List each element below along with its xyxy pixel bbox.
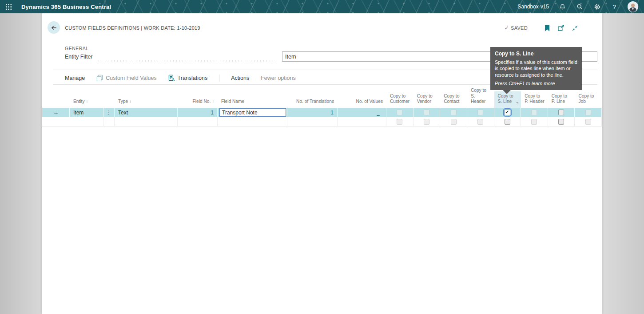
cell-entity[interactable] xyxy=(70,117,103,126)
checkbox-copy-to-p-header xyxy=(531,119,537,125)
toolbar-fewer-options[interactable]: Fewer options xyxy=(261,75,296,81)
ellipsis-icon: ⋮ xyxy=(106,110,111,116)
column-header-copy-to-vendor[interactable]: Copy to Vendor xyxy=(413,91,441,108)
checkbox-copy-to-vendor xyxy=(424,110,429,115)
cell-copy-to-p-line xyxy=(548,117,575,126)
save-status-badge: ✓ SAVED xyxy=(505,25,528,31)
topbar: Dynamics 365 Business Central Sandbox-v1… xyxy=(0,0,644,13)
page-title: CUSTOM FIELDS DEFINITIONS | WORK DATE: 1… xyxy=(65,25,200,31)
page-header: CUSTOM FIELDS DEFINITIONS | WORK DATE: 1… xyxy=(42,13,602,42)
user-avatar[interactable] xyxy=(628,1,638,12)
open-in-new-window-icon[interactable] xyxy=(557,24,565,32)
checkbox-copy-to-p-line[interactable] xyxy=(558,110,564,115)
environment-name[interactable]: Sandbox-v15 xyxy=(517,4,549,10)
sort-asc-icon: ↑ xyxy=(212,99,214,104)
toolbar-custom-field-values[interactable]: Custom Field Values xyxy=(96,75,156,81)
cell-copy-to-s-line xyxy=(494,117,521,126)
cell-field-name xyxy=(218,108,287,117)
column-header-entity[interactable]: Entity↑ xyxy=(70,91,103,108)
column-header-no-of-values[interactable]: No. of Values xyxy=(338,91,386,108)
collapse-page-icon[interactable] xyxy=(571,24,579,32)
column-header-field-name[interactable]: Field Name xyxy=(218,91,287,108)
entity-filter-label: Entity Filter xyxy=(65,54,93,60)
toolbar-translations[interactable]: Translations xyxy=(168,75,208,81)
row-indicator-cell[interactable] xyxy=(42,117,70,126)
current-row-arrow-icon: → xyxy=(53,109,59,116)
checkbox-copy-to-s-header xyxy=(477,110,483,115)
field-name-input[interactable] xyxy=(219,108,286,117)
cell-type[interactable]: Text xyxy=(115,108,178,117)
field-help-tooltip: Copy to S. Line Specifies if a value of … xyxy=(490,47,582,90)
checkbox-copy-to-s-line[interactable] xyxy=(505,119,510,125)
checkbox-copy-to-contact xyxy=(451,119,457,125)
screen: Dynamics 365 Business Central Sandbox-v1… xyxy=(0,0,644,314)
row-indicator-cell[interactable]: → xyxy=(42,108,70,117)
app-title[interactable]: Dynamics 365 Business Central xyxy=(21,4,111,10)
column-header-copy-to-p-header[interactable]: Copy to P. Header xyxy=(521,91,548,108)
row-options-cell[interactable] xyxy=(103,117,115,126)
cell-entity[interactable]: Item xyxy=(70,108,103,117)
settings-gear-icon[interactable] xyxy=(593,3,601,11)
cell-no-of-values[interactable] xyxy=(338,117,386,126)
toolbar-manage[interactable]: Manage xyxy=(65,75,85,81)
cell-copy-to-p-header xyxy=(521,117,548,126)
checkbox-copy-to-p-line[interactable] xyxy=(558,119,564,125)
topbar-right-cluster: Sandbox-v15 ? xyxy=(517,0,644,13)
checkbox-copy-to-job xyxy=(585,119,591,125)
dotted-leader xyxy=(97,55,278,62)
cell-copy-to-p-header xyxy=(521,108,548,117)
cell-copy-to-job xyxy=(575,108,602,117)
column-header-copy-to-s-header[interactable]: Copy to S. Header xyxy=(467,91,494,108)
translations-document-icon xyxy=(168,75,175,81)
cell-copy-to-job xyxy=(575,117,602,126)
tooltip-body: Specifies if a value of this custom fiel… xyxy=(495,59,577,78)
tooltip-arrow xyxy=(503,90,511,94)
cell-copy-to-customer xyxy=(386,117,413,126)
back-button[interactable] xyxy=(48,21,60,34)
notifications-bell-icon[interactable] xyxy=(558,3,566,11)
saved-label: SAVED xyxy=(511,25,528,31)
bookmark-icon[interactable] xyxy=(543,24,551,32)
column-header-type[interactable]: Type↑ xyxy=(115,91,178,108)
page-header-actions: ✓ SAVED xyxy=(505,24,579,32)
checkbox-copy-to-s-header xyxy=(477,119,483,125)
checkbox-copy-to-customer xyxy=(397,110,402,115)
cell-no-of-translations[interactable]: 1 xyxy=(287,108,338,117)
app-launcher-waffle-icon[interactable] xyxy=(2,0,15,13)
cell-field-no[interactable] xyxy=(178,117,218,126)
cell-type[interactable] xyxy=(115,117,178,126)
cell-copy-to-s-header xyxy=(467,117,494,126)
checkbox-copy-to-customer xyxy=(397,119,402,125)
copy-pages-icon xyxy=(96,75,103,81)
action-toolbar: Manage Custom Field Values Translations … xyxy=(65,72,296,84)
cell-field-name[interactable] xyxy=(218,117,287,126)
header-spacer-row-indicator xyxy=(42,91,70,108)
toolbar-actions[interactable]: Actions xyxy=(231,75,249,81)
sort-asc-icon: ↑ xyxy=(129,99,131,104)
section-general-header[interactable]: GENERAL xyxy=(65,46,89,51)
cell-copy-to-contact xyxy=(440,108,467,117)
column-header-copy-to-contact[interactable]: Copy to Contact xyxy=(440,91,467,108)
chevron-down-icon[interactable]: ⌄ xyxy=(516,99,519,105)
checkbox-copy-to-contact xyxy=(451,110,457,115)
cell-no-of-values[interactable]: _ xyxy=(338,108,386,117)
header-spacer-options xyxy=(103,91,115,108)
checkbox-copy-to-s-line[interactable] xyxy=(505,110,510,115)
tooltip-hint: Press Ctrl+F1 to learn more xyxy=(495,81,577,86)
cell-copy-to-contact xyxy=(440,117,467,126)
column-header-field-no[interactable]: Field No.↑ xyxy=(178,91,218,108)
column-header-copy-to-job[interactable]: Copy to Job xyxy=(575,91,602,108)
help-icon[interactable]: ? xyxy=(610,3,618,11)
column-header-copy-to-customer[interactable]: Copy to Customer xyxy=(386,91,413,108)
checkbox-copy-to-job xyxy=(585,110,591,115)
page-card: CUSTOM FIELDS DEFINITIONS | WORK DATE: 1… xyxy=(42,13,602,314)
tooltip-title: Copy to S. Line xyxy=(495,51,577,57)
row-options-cell[interactable]: ⋮ xyxy=(103,108,115,117)
cell-field-no[interactable]: 1 xyxy=(178,108,218,117)
checkbox-copy-to-vendor xyxy=(424,119,429,125)
column-header-no-of-translations[interactable]: No. of Translations xyxy=(287,91,338,108)
cell-no-of-translations[interactable] xyxy=(287,117,338,126)
column-header-copy-to-p-line[interactable]: Copy to P. Line xyxy=(548,91,575,108)
search-icon[interactable] xyxy=(576,3,584,11)
checkbox-copy-to-p-header xyxy=(531,110,537,115)
